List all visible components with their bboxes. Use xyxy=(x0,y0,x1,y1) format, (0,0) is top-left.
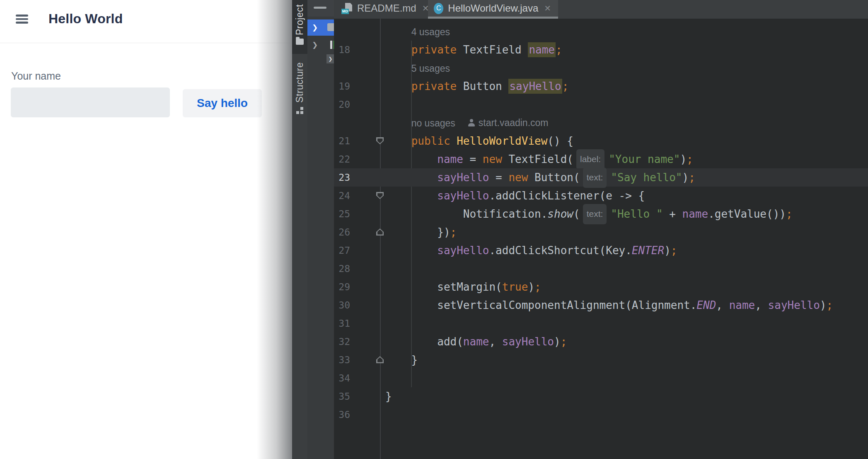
line-number[interactable]: 26 xyxy=(334,227,350,238)
inlay-line[interactable]: 5 usages xyxy=(334,59,868,77)
fold-gutter xyxy=(350,223,385,241)
line-number[interactable]: 31 xyxy=(334,318,350,329)
name-field-label: Your name xyxy=(11,70,61,82)
fold-gutter xyxy=(350,314,385,333)
line-number[interactable]: 25 xyxy=(334,209,350,219)
fold-gutter xyxy=(350,205,385,223)
code-line[interactable]: 18 private TextField name; xyxy=(334,41,868,59)
tab-readme[interactable]: MD README.md ✕ xyxy=(336,0,436,17)
fold-gutter xyxy=(350,114,385,132)
parameter-name-hint[interactable]: text: xyxy=(583,204,607,224)
fold-gutter xyxy=(350,168,385,187)
code-text: private Button sayHello; xyxy=(385,77,568,95)
close-icon[interactable]: ✕ xyxy=(543,3,552,13)
code-line[interactable]: 21 public HelloWorldView() { xyxy=(334,132,868,150)
line-number[interactable]: 23 xyxy=(334,172,350,183)
fold-gutter xyxy=(350,22,385,41)
fold-gutter xyxy=(350,260,385,278)
fold-gutter xyxy=(350,241,385,260)
line-number[interactable]: 20 xyxy=(334,99,350,110)
fold-gutter xyxy=(350,296,385,314)
code-line[interactable]: 35} xyxy=(334,387,868,406)
fold-gutter xyxy=(350,150,385,168)
fold-marker-icon[interactable] xyxy=(376,192,384,199)
code-line[interactable]: 32 add(name, sayHello); xyxy=(334,333,868,351)
code-line[interactable]: 19 private Button sayHello; xyxy=(334,77,868,95)
code-line[interactable]: 29 setMargin(true); xyxy=(334,278,868,296)
module-node-icon xyxy=(330,41,334,49)
tab-label: README.md xyxy=(357,2,416,14)
code-line[interactable]: 36 xyxy=(334,406,868,424)
code-line[interactable]: 26 }); xyxy=(334,223,868,241)
structure-tab-label: Structure xyxy=(294,62,305,103)
project-tree-row-child[interactable]: ❯ xyxy=(307,53,334,64)
tab-helloworldview[interactable]: C HelloWorldView.java ✕ xyxy=(428,0,558,17)
code-text: sayHello.addClickShortcut(Key.ENTER); xyxy=(385,241,677,260)
line-number[interactable]: 22 xyxy=(334,154,350,165)
code-author-inlay[interactable]: start.vaadin.com xyxy=(468,114,549,132)
drawer-toggle-button[interactable] xyxy=(16,15,28,24)
project-panel-header xyxy=(307,0,334,17)
code-line[interactable]: 24 sayHello.addClickListener(e -> { xyxy=(334,187,868,205)
line-number[interactable]: 33 xyxy=(334,355,350,365)
inlay-line[interactable]: no usagesstart.vaadin.com xyxy=(334,114,868,132)
code-lines: 4 usages18 private TextField name; 5 usa… xyxy=(334,22,868,424)
code-line[interactable]: 20 xyxy=(334,95,868,114)
fold-gutter xyxy=(350,333,385,351)
line-number[interactable]: 21 xyxy=(334,136,350,146)
fold-gutter xyxy=(350,132,385,150)
code-line[interactable]: 31 xyxy=(334,314,868,333)
inlay-line[interactable]: 4 usages xyxy=(334,22,868,41)
usages-inlay-hint[interactable]: 5 usages xyxy=(411,63,450,74)
code-line[interactable]: 28 xyxy=(334,260,868,278)
fold-gutter xyxy=(350,59,385,77)
line-number[interactable]: 34 xyxy=(334,373,350,384)
say-hello-button[interactable]: Say hello xyxy=(183,89,262,117)
line-number[interactable]: 32 xyxy=(334,336,350,347)
line-number[interactable]: 24 xyxy=(334,190,350,201)
tool-window-tab-project[interactable]: Project xyxy=(292,0,307,54)
line-number[interactable]: 29 xyxy=(334,282,350,292)
page-title: Hello World xyxy=(48,11,123,27)
line-number[interactable]: 30 xyxy=(334,300,350,311)
project-tree-row[interactable]: ❯ xyxy=(307,38,334,52)
parameter-name-hint[interactable]: label: xyxy=(576,149,604,170)
project-tool-window: ❯ ❯ ❯ xyxy=(307,0,334,459)
code-editor[interactable]: 4 usages18 private TextField name; 5 usa… xyxy=(334,19,868,459)
fold-gutter xyxy=(350,278,385,296)
project-tree-row-selected[interactable]: ❯ xyxy=(307,19,334,36)
code-text: sayHello = new Button(text:"Say hello"); xyxy=(385,168,695,188)
code-text: name = new TextField(label:"Your name"); xyxy=(385,149,693,170)
tab-label: HelloWorldView.java xyxy=(448,2,538,14)
code-line[interactable]: 30 setVerticalComponentAlignment(Alignme… xyxy=(334,296,868,314)
minimize-icon[interactable] xyxy=(314,7,326,9)
line-number[interactable]: 35 xyxy=(334,391,350,402)
fold-marker-icon[interactable] xyxy=(376,137,384,144)
line-number[interactable]: 18 xyxy=(334,44,350,55)
code-line[interactable]: 25 Notification.show(text:"Hello " + nam… xyxy=(334,205,868,223)
code-text: public HelloWorldView() { xyxy=(385,132,573,150)
code-line[interactable]: 34 xyxy=(334,369,868,387)
line-number[interactable]: 28 xyxy=(334,263,350,274)
line-number[interactable]: 19 xyxy=(334,81,350,92)
parameter-name-hint[interactable]: text: xyxy=(583,168,607,188)
code-line[interactable]: 33 } xyxy=(334,351,868,369)
fold-gutter xyxy=(350,369,385,387)
code-text: sayHello.addClickListener(e -> { xyxy=(385,187,645,205)
code-text: }); xyxy=(385,223,457,241)
usages-inlay-hint[interactable]: 4 usages xyxy=(411,27,450,37)
usages-inlay-hint[interactable]: no usages xyxy=(411,118,455,129)
fold-marker-icon[interactable] xyxy=(376,228,384,236)
name-input[interactable] xyxy=(11,87,170,117)
browser-app-pane: Hello World Your name Say hello xyxy=(0,0,292,459)
code-text: add(name, sayHello); xyxy=(385,333,567,351)
line-number[interactable]: 27 xyxy=(334,245,350,256)
tool-window-tab-structure[interactable]: Structure xyxy=(292,62,307,124)
line-number[interactable]: 36 xyxy=(334,409,350,420)
code-line[interactable]: 27 sayHello.addClickShortcut(Key.ENTER); xyxy=(334,241,868,260)
code-text: private TextField name; xyxy=(385,41,562,59)
fold-marker-icon[interactable] xyxy=(376,356,384,363)
code-line[interactable]: 23 sayHello = new Button(text:"Say hello… xyxy=(334,168,868,187)
code-line[interactable]: 22 name = new TextField(label:"Your name… xyxy=(334,150,868,168)
code-text: } xyxy=(385,351,418,369)
